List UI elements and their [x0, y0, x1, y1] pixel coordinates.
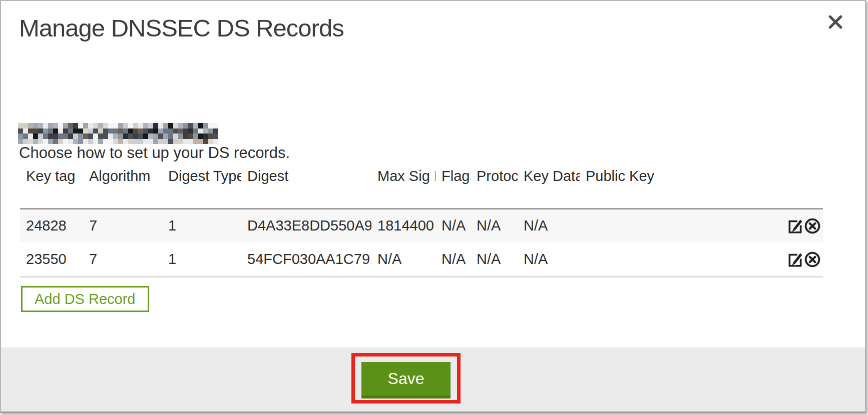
add-ds-record-button[interactable]: Add DS Record: [21, 286, 149, 312]
delete-record-icon[interactable]: [804, 218, 821, 234]
column-header-digest: Digest: [241, 165, 371, 208]
record-cell: [580, 208, 777, 242]
record-cell: N/A: [518, 242, 580, 276]
ds-record-row: 235507154FCF030AA1C79...N/AN/AN/AN/A: [20, 242, 823, 276]
record-cell: N/A: [471, 208, 518, 242]
column-header-actions: [777, 165, 823, 208]
column-header-flags: Flags: [436, 165, 471, 208]
close-button[interactable]: [825, 12, 846, 33]
record-cell: 24828: [20, 208, 83, 242]
record-cell: [580, 242, 777, 276]
save-button[interactable]: Save: [361, 362, 451, 398]
column-header-key-data-alg: Key Data Alg: [518, 165, 580, 208]
table-header-row: Key tagAlgorithmDigest TypeDigestMax Sig…: [20, 165, 823, 208]
record-cell: 7: [83, 208, 162, 242]
record-cell: 1814400: [371, 208, 436, 242]
record-cell: 7: [83, 242, 162, 276]
ds-records-table: Key tagAlgorithmDigest TypeDigestMax Sig…: [20, 165, 823, 278]
dialog-title: Manage DNSSEC DS Records: [19, 14, 344, 42]
record-cell: N/A: [371, 242, 436, 276]
dialog-footer: Save Cancel: [1, 348, 865, 412]
edit-record-icon[interactable]: [787, 218, 804, 234]
column-header-max-sig-life: Max Sig Life: [371, 165, 436, 208]
edit-record-icon[interactable]: [787, 251, 804, 268]
record-actions: [777, 208, 823, 242]
record-actions: [777, 242, 823, 276]
column-header-digest-type: Digest Type: [162, 165, 241, 208]
record-cell: N/A: [471, 242, 518, 276]
delete-record-icon[interactable]: [804, 251, 821, 268]
setup-instruction: Choose how to set up your DS records.: [19, 144, 290, 162]
ds-record-row: 2482871D4A33E8DD550A9...1814400N/AN/AN/A: [20, 208, 823, 242]
record-cell: 1: [162, 208, 241, 242]
record-cell: 23550: [20, 242, 83, 276]
record-cell: N/A: [518, 208, 580, 242]
record-cell: N/A: [436, 242, 471, 276]
dnssec-dialog: Manage DNSSEC DS Records Choose how to s…: [0, 0, 866, 413]
record-cell: 1: [162, 242, 241, 276]
save-highlight-box: Save: [351, 353, 461, 404]
redacted-domain-name: [18, 123, 218, 144]
record-cell: N/A: [436, 208, 471, 242]
record-cell: D4A33E8DD550A9...: [241, 208, 371, 242]
close-icon: [826, 26, 845, 33]
record-cell: 54FCF030AA1C79...: [241, 242, 371, 276]
column-header-protocol: Protocol: [471, 165, 518, 208]
column-header-algorithm: Algorithm: [83, 165, 162, 208]
column-header-public-key: Public Key: [580, 165, 777, 208]
column-header-key-tag: Key tag: [20, 165, 83, 208]
